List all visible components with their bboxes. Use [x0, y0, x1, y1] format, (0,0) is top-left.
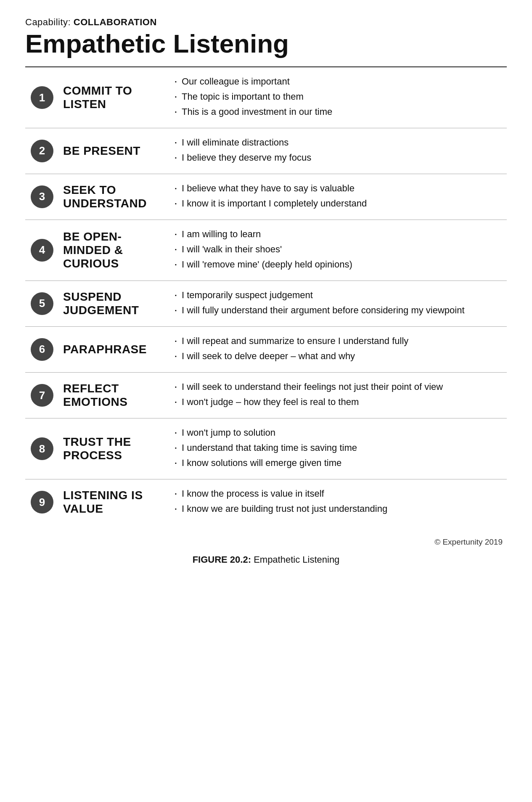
- step-title: REFLECT EMOTIONS: [63, 382, 160, 409]
- step-number-cell: 8: [25, 418, 59, 479]
- list-item: The topic is important to them: [172, 90, 503, 103]
- step-title-cell: COMMIT TO LISTEN: [59, 67, 168, 128]
- step-title-cell: BE OPEN-MINDED & CURIOUS: [59, 220, 168, 281]
- list-item: I won't jump to solution: [172, 426, 503, 439]
- step-bullets-cell: I will eliminate distractionsI believe t…: [168, 128, 507, 174]
- step-title: BE PRESENT: [63, 144, 160, 158]
- table-row: 1COMMIT TO LISTENOur colleague is import…: [25, 67, 507, 128]
- list-item: I believe what they have to say is valua…: [172, 182, 503, 195]
- bullet-list: I will repeat and summarize to ensure I …: [172, 334, 503, 363]
- figure-caption-bold: FIGURE 20.2:: [193, 554, 251, 565]
- list-item: I will eliminate distractions: [172, 136, 503, 149]
- step-bullets-cell: I will repeat and summarize to ensure I …: [168, 327, 507, 373]
- step-title: PARAPHRASE: [63, 343, 160, 356]
- step-number-cell: 5: [25, 281, 59, 326]
- bullet-list: I know the process is value in itselfI k…: [172, 487, 503, 516]
- step-bullets-cell: I am willing to learnI will 'walk in the…: [168, 220, 507, 281]
- footer: © Expertunity 2019: [25, 537, 507, 547]
- step-title-cell: PARAPHRASE: [59, 327, 168, 373]
- figure-caption: FIGURE 20.2: Empathetic Listening: [25, 554, 507, 565]
- bullet-list: I won't jump to solutionI understand tha…: [172, 426, 503, 470]
- bullet-list: I will seek to understand their feelings…: [172, 380, 503, 409]
- page-title: Empathetic Listening: [25, 29, 507, 58]
- step-number-circle: 3: [31, 185, 53, 208]
- capability-prefix: Capability:: [25, 17, 74, 27]
- list-item: I will 'walk in their shoes': [172, 243, 503, 256]
- step-title: SEEK TO UNDERSTAND: [63, 183, 160, 210]
- step-number-circle: 5: [31, 292, 53, 315]
- step-title: LISTENING IS VALUE: [63, 489, 160, 516]
- capability-label: Capability: COLLABORATION: [25, 17, 507, 28]
- step-number-circle: 1: [31, 86, 53, 109]
- list-item: I know the process is value in itself: [172, 487, 503, 500]
- step-bullets-cell: I won't jump to solutionI understand tha…: [168, 418, 507, 479]
- step-title-cell: LISTENING IS VALUE: [59, 479, 168, 525]
- list-item: This is a good investment in our time: [172, 105, 503, 119]
- capability-bold: COLLABORATION: [74, 17, 157, 27]
- figure-caption-text: Empathetic Listening: [251, 554, 339, 565]
- list-item: I temporarily suspect judgement: [172, 289, 503, 302]
- table-row: 8TRUST THE PROCESSI won't jump to soluti…: [25, 418, 507, 479]
- step-number-cell: 9: [25, 479, 59, 525]
- header: Capability: COLLABORATION Empathetic Lis…: [25, 17, 507, 58]
- step-title: BE OPEN-MINDED & CURIOUS: [63, 230, 160, 271]
- step-number-circle: 2: [31, 140, 53, 162]
- list-item: I will repeat and summarize to ensure I …: [172, 334, 503, 348]
- table-row: 9LISTENING IS VALUEI know the process is…: [25, 479, 507, 525]
- bullet-list: I am willing to learnI will 'walk in the…: [172, 228, 503, 271]
- table-row: 6PARAPHRASEI will repeat and summarize t…: [25, 327, 507, 373]
- step-number-cell: 3: [25, 174, 59, 220]
- step-bullets-cell: I will seek to understand their feelings…: [168, 372, 507, 418]
- step-bullets-cell: Our colleague is importantThe topic is i…: [168, 67, 507, 128]
- table-row: 3SEEK TO UNDERSTANDI believe what they h…: [25, 174, 507, 220]
- step-number-cell: 7: [25, 372, 59, 418]
- steps-table: 1COMMIT TO LISTENOur colleague is import…: [25, 67, 507, 525]
- step-number-cell: 6: [25, 327, 59, 373]
- bullet-list: Our colleague is importantThe topic is i…: [172, 75, 503, 119]
- list-item: I will fully understand their argument b…: [172, 304, 503, 317]
- step-number-circle: 9: [31, 491, 53, 513]
- bullet-list: I believe what they have to say is valua…: [172, 182, 503, 210]
- step-number-circle: 4: [31, 239, 53, 262]
- list-item: I will seek to understand their feelings…: [172, 380, 503, 394]
- list-item: I understand that taking time is saving …: [172, 441, 503, 455]
- table-row: 7REFLECT EMOTIONSI will seek to understa…: [25, 372, 507, 418]
- step-title-cell: TRUST THE PROCESS: [59, 418, 168, 479]
- step-number-cell: 1: [25, 67, 59, 128]
- step-bullets-cell: I believe what they have to say is valua…: [168, 174, 507, 220]
- bullet-list: I temporarily suspect judgementI will fu…: [172, 289, 503, 317]
- list-item: I will 'remove mine' (deeply held opinio…: [172, 258, 503, 271]
- step-number-circle: 6: [31, 338, 53, 361]
- step-bullets-cell: I temporarily suspect judgementI will fu…: [168, 281, 507, 326]
- bullet-list: I will eliminate distractionsI believe t…: [172, 136, 503, 164]
- list-item: Our colleague is important: [172, 75, 503, 88]
- step-title-cell: REFLECT EMOTIONS: [59, 372, 168, 418]
- step-number-circle: 8: [31, 437, 53, 460]
- table-row: 5SUSPEND JUDGEMENTI temporarily suspect …: [25, 281, 507, 326]
- list-item: I believe they deserve my focus: [172, 151, 503, 164]
- step-number-cell: 2: [25, 128, 59, 174]
- step-number-circle: 7: [31, 384, 53, 407]
- step-number-cell: 4: [25, 220, 59, 281]
- step-title: SUSPEND JUDGEMENT: [63, 290, 160, 317]
- list-item: I will seek to delve deeper – what and w…: [172, 349, 503, 363]
- list-item: I won't judge – how they feel is real to…: [172, 395, 503, 409]
- table-row: 4BE OPEN-MINDED & CURIOUSI am willing to…: [25, 220, 507, 281]
- step-title: COMMIT TO LISTEN: [63, 84, 160, 111]
- copyright: © Expertunity 2019: [434, 537, 503, 546]
- step-title-cell: BE PRESENT: [59, 128, 168, 174]
- step-title-cell: SEEK TO UNDERSTAND: [59, 174, 168, 220]
- list-item: I know it is important I completely unde…: [172, 197, 503, 210]
- table-row: 2BE PRESENTI will eliminate distractions…: [25, 128, 507, 174]
- step-bullets-cell: I know the process is value in itselfI k…: [168, 479, 507, 525]
- step-title: TRUST THE PROCESS: [63, 435, 160, 462]
- list-item: I am willing to learn: [172, 228, 503, 241]
- list-item: I know we are building trust not just un…: [172, 502, 503, 516]
- list-item: I know solutions will emerge given time: [172, 456, 503, 470]
- step-title-cell: SUSPEND JUDGEMENT: [59, 281, 168, 326]
